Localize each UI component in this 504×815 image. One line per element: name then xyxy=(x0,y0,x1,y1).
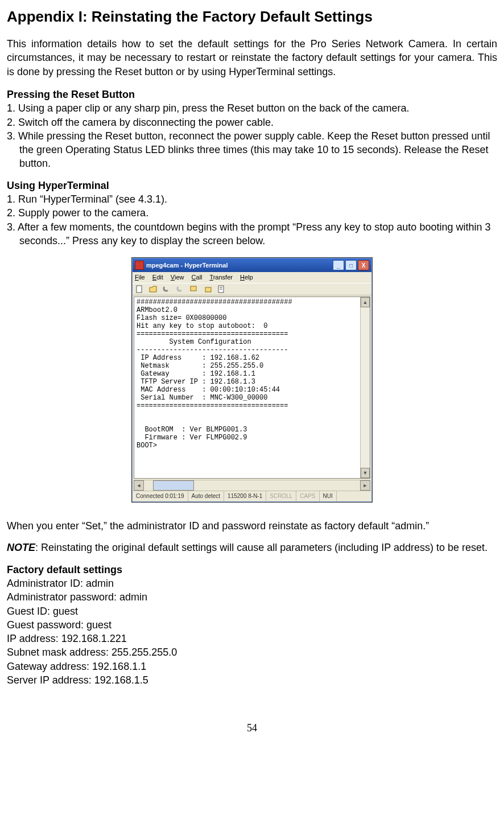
status-connected: Connected 0:01:19 xyxy=(133,491,188,501)
ht-step-1: 1. Run “HyperTerminal” (see 4.3.1). xyxy=(7,192,497,206)
status-line: 115200 8-N-1 xyxy=(224,491,266,501)
factory-guest-pw: Guest password: guest xyxy=(7,618,497,632)
status-detect: Auto detect xyxy=(188,491,225,501)
window-titlebar: mpeg4cam - HyperTerminal _ □ X xyxy=(133,258,371,272)
scroll-up-icon[interactable]: ▲ xyxy=(361,297,370,307)
factory-guest-id: Guest ID: guest xyxy=(7,604,497,618)
hyperterminal-heading: Using HyperTerminal xyxy=(7,179,497,192)
hyperterminal-window: mpeg4cam - HyperTerminal _ □ X File Edit… xyxy=(132,258,372,502)
factory-server: Server IP address: 192.168.1.5 xyxy=(7,673,497,687)
scroll-left-icon[interactable]: ◄ xyxy=(134,480,144,491)
ht-step-3: 3. After a few moments, the countdown be… xyxy=(7,220,497,248)
horizontal-scrollbar[interactable]: ◄ ► xyxy=(134,480,370,489)
page-number: 54 xyxy=(7,721,497,735)
svg-rect-2 xyxy=(205,287,211,292)
new-icon[interactable] xyxy=(135,285,144,294)
send-icon[interactable] xyxy=(189,285,199,294)
reset-step-1: 1. Using a paper clip or any sharp pin, … xyxy=(7,101,497,115)
factory-subnet: Subnet mask address: 255.255.255.0 xyxy=(7,645,497,659)
maximize-button[interactable]: □ xyxy=(345,260,357,270)
receive-icon[interactable] xyxy=(203,285,212,294)
menu-call[interactable]: Call xyxy=(192,274,203,281)
app-icon xyxy=(135,261,144,270)
vertical-scrollbar[interactable]: ▲ ▼ xyxy=(360,297,370,478)
hscroll-thumb[interactable] xyxy=(153,480,194,491)
factory-admin-pw: Administrator password: admin xyxy=(7,590,497,604)
set-command-text: When you enter “Set,” the administrator … xyxy=(7,519,497,533)
status-scroll: SCROLL xyxy=(266,491,296,501)
menu-file[interactable]: File xyxy=(135,274,145,281)
reset-step-2: 2. Switch off the camera by disconnectin… xyxy=(7,116,497,129)
note-label: NOTE xyxy=(7,542,35,553)
factory-gateway: Gateway address: 192.168.1.1 xyxy=(7,660,497,673)
svg-rect-1 xyxy=(191,286,196,291)
properties-icon[interactable] xyxy=(217,285,226,294)
scroll-down-icon[interactable]: ▼ xyxy=(361,468,370,478)
factory-admin-id: Administrator ID: admin xyxy=(7,577,497,590)
menu-edit[interactable]: Edit xyxy=(152,274,163,281)
toolbar xyxy=(133,283,371,295)
page-title: Appendix I: Reinstating the Factory Defa… xyxy=(7,7,497,27)
terminal-output: ###################################### A… xyxy=(134,297,360,478)
scroll-track[interactable] xyxy=(361,307,370,468)
menu-transfer[interactable]: Transfer xyxy=(209,274,233,281)
ht-step-2: 2. Supply power to the camera. xyxy=(7,206,497,220)
hscroll-track[interactable] xyxy=(194,480,360,489)
call-icon[interactable] xyxy=(162,285,171,294)
menu-view[interactable]: View xyxy=(171,274,184,281)
status-caps: CAPS xyxy=(296,491,319,501)
intro-paragraph: This information details how to set the … xyxy=(7,37,497,79)
window-title: mpeg4cam - HyperTerminal xyxy=(146,261,333,270)
scroll-right-icon[interactable]: ► xyxy=(360,480,370,491)
status-bar: Connected 0:01:19 Auto detect 115200 8-N… xyxy=(133,491,371,501)
note-text: : Reinstating the original default setti… xyxy=(35,542,488,553)
reset-heading: Pressing the Reset Button xyxy=(7,88,497,101)
factory-heading: Factory default settings xyxy=(7,563,497,577)
svg-rect-0 xyxy=(137,286,142,293)
disconnect-icon[interactable] xyxy=(176,285,185,294)
reset-step-3: 3. While pressing the Reset button, reco… xyxy=(7,129,497,171)
close-button[interactable]: X xyxy=(358,260,369,270)
note-block: NOTE: Reinstating the original default s… xyxy=(7,541,497,554)
menu-help[interactable]: Help xyxy=(240,274,253,281)
status-num: NUI xyxy=(320,491,337,501)
menu-bar: File Edit View Call Transfer Help xyxy=(133,272,371,283)
factory-ip: IP address: 192.168.1.221 xyxy=(7,632,497,645)
minimize-button[interactable]: _ xyxy=(333,260,344,270)
open-icon[interactable] xyxy=(148,285,158,294)
